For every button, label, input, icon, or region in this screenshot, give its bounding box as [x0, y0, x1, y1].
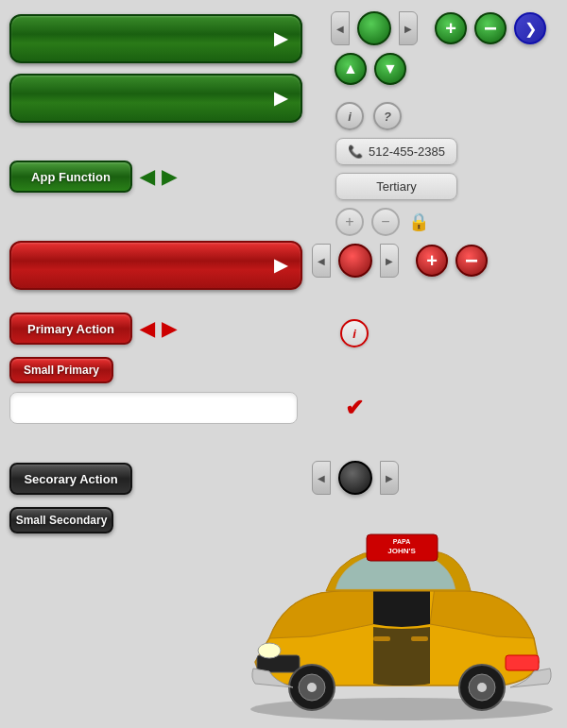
arrow-right-icon-2: ▶	[274, 88, 287, 109]
toggle-left-arrow[interactable]: ◀	[331, 11, 350, 45]
top-controls: ◀ ▶ + − ❯ ▲ ▼	[331, 11, 546, 93]
green-large-btn-2[interactable]: ▶	[9, 74, 302, 123]
text-input-row	[9, 392, 298, 424]
question-btn[interactable]: ?	[373, 102, 402, 130]
car-image: PAPA JOHN'S	[227, 516, 567, 723]
red-minus-btn[interactable]: −	[455, 245, 488, 277]
small-secondary-btn[interactable]: Small Secondary	[9, 507, 113, 533]
red-large-btn[interactable]: ▶	[9, 241, 302, 290]
down-btn[interactable]: ▼	[374, 53, 406, 85]
green-right-arrow[interactable]: ▶	[162, 165, 176, 188]
toggle-center-green[interactable]	[357, 11, 391, 45]
minus-disabled-btn: −	[371, 208, 400, 236]
svg-rect-3	[506, 655, 539, 670]
secondary-action-btn[interactable]: Secorary Action	[9, 463, 132, 495]
toggle-right-arrow[interactable]: ▶	[399, 11, 418, 45]
black-toggle-right[interactable]: ▶	[380, 461, 399, 495]
red-toggle-center[interactable]	[338, 244, 372, 278]
primary-action-btn[interactable]: Primary Action	[9, 313, 132, 345]
black-toggle-center[interactable]	[338, 461, 372, 495]
plus-disabled-btn: +	[335, 208, 364, 236]
red-right-arrow[interactable]: ▶	[162, 317, 176, 340]
plus-minus-group: + − ❯	[435, 12, 546, 44]
red-info-btn[interactable]: i	[340, 319, 369, 347]
app-function-row: App Function ◀ ▶	[9, 161, 176, 193]
plus-btn[interactable]: +	[435, 12, 467, 44]
text-input[interactable]	[9, 392, 298, 424]
phone-number: 512-455-2385	[369, 144, 445, 159]
checkmark: ✔	[345, 395, 364, 421]
phone-btn[interactable]: 📞 512-455-2385	[335, 138, 457, 165]
tertiary-btn[interactable]: Tertiary	[335, 173, 457, 200]
black-toggle-row: ◀ ▶	[312, 461, 399, 495]
svg-rect-14	[411, 636, 428, 641]
info-btn-1[interactable]: i	[335, 102, 364, 130]
up-btn[interactable]: ▲	[335, 53, 367, 85]
red-toggle-left[interactable]: ◀	[312, 244, 331, 278]
primary-action-row: Primary Action ◀ ▶	[9, 313, 176, 345]
svg-point-2	[258, 643, 281, 658]
svg-point-9	[477, 683, 487, 692]
svg-point-6	[307, 683, 317, 692]
svg-text:JOHN'S: JOHN'S	[387, 547, 416, 555]
app-function-btn[interactable]: App Function	[9, 161, 132, 193]
svg-rect-1	[257, 655, 300, 672]
minus-btn[interactable]: −	[474, 12, 507, 44]
info-phone-group: i ? 📞 512-455-2385 Tertiary + − 🔒	[335, 102, 457, 236]
svg-text:PAPA: PAPA	[393, 538, 410, 545]
red-controls: ◀ ▶ + −	[312, 244, 488, 278]
black-toggle-left[interactable]: ◀	[312, 461, 331, 495]
red-left-arrow[interactable]: ◀	[140, 317, 154, 340]
phone-icon: 📞	[348, 144, 363, 159]
arrow-right-icon: ▶	[274, 28, 287, 49]
lock-icon: 🔒	[407, 211, 430, 233]
red-arrow-right-icon: ▶	[274, 255, 287, 276]
updown-group: ▲ ▼	[335, 53, 546, 85]
secondary-action-row: Secorary Action	[9, 463, 132, 495]
svg-rect-13	[373, 636, 390, 641]
forward-btn[interactable]: ❯	[514, 12, 546, 44]
red-plus-btn[interactable]: +	[416, 245, 448, 277]
red-toggle-right[interactable]: ▶	[380, 244, 399, 278]
green-left-arrow[interactable]: ◀	[140, 165, 154, 188]
small-primary-btn[interactable]: Small Primary	[9, 357, 113, 383]
green-large-btn-1[interactable]: ▶	[9, 14, 302, 63]
